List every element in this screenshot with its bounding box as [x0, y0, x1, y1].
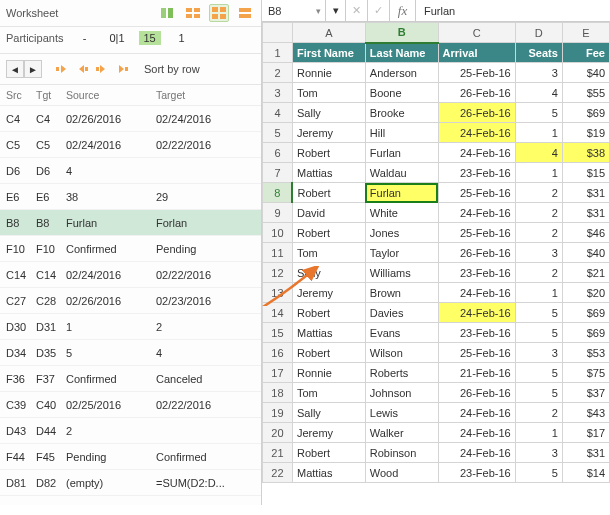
cell[interactable]: 24-Feb-16 [438, 443, 515, 463]
row-header[interactable]: 2 [263, 63, 293, 83]
row-header[interactable]: 8 [263, 183, 293, 203]
diff-row[interactable]: C4C402/26/201602/24/2016 [0, 106, 261, 132]
cell[interactable]: Roberts [365, 363, 438, 383]
cell[interactable]: Wilson [365, 343, 438, 363]
cell[interactable]: 5 [515, 303, 562, 323]
row-header[interactable]: 13 [263, 283, 293, 303]
cell[interactable]: 3 [515, 443, 562, 463]
cell[interactable]: 24-Feb-16 [438, 423, 515, 443]
cell[interactable]: 1 [515, 283, 562, 303]
cell[interactable]: Mattias [292, 323, 365, 343]
cell[interactable]: Walker [365, 423, 438, 443]
row-header[interactable]: 11 [263, 243, 293, 263]
cell[interactable]: Robert [292, 143, 365, 163]
cell[interactable]: $69 [562, 303, 609, 323]
cell[interactable]: $40 [562, 63, 609, 83]
cell[interactable]: $21 [562, 263, 609, 283]
cell[interactable]: Williams [365, 263, 438, 283]
cell[interactable]: $69 [562, 103, 609, 123]
cell[interactable]: Robinson [365, 443, 438, 463]
row-header[interactable]: 3 [263, 83, 293, 103]
cell[interactable]: Davies [365, 303, 438, 323]
cell[interactable]: 23-Feb-16 [438, 323, 515, 343]
cell[interactable]: Tom [292, 383, 365, 403]
cell[interactable]: Jeremy [292, 423, 365, 443]
cell[interactable]: 24-Feb-16 [438, 403, 515, 423]
cell[interactable]: 25-Feb-16 [438, 223, 515, 243]
cell[interactable]: Jeremy [292, 123, 365, 143]
cell[interactable]: Sally [292, 103, 365, 123]
row-header[interactable]: 14 [263, 303, 293, 323]
row-header[interactable]: 15 [263, 323, 293, 343]
cell[interactable]: Robert [292, 343, 365, 363]
cell[interactable]: Sally [292, 403, 365, 423]
cell[interactable]: $40 [562, 243, 609, 263]
col-header-B[interactable]: B [365, 23, 438, 43]
goto-prev-icon[interactable] [74, 61, 90, 77]
cell[interactable]: 2 [515, 263, 562, 283]
cell[interactable]: Ronnie [292, 363, 365, 383]
header-cell[interactable]: Seats [515, 43, 562, 63]
cell[interactable]: 26-Feb-16 [438, 243, 515, 263]
cell[interactable]: 26-Feb-16 [438, 103, 515, 123]
cell[interactable]: 21-Feb-16 [438, 363, 515, 383]
cell[interactable]: 26-Feb-16 [438, 383, 515, 403]
cell[interactable]: 2 [515, 403, 562, 423]
row-header[interactable]: 6 [263, 143, 293, 163]
cell[interactable]: Boone [365, 83, 438, 103]
diff-row[interactable]: F10F10ConfirmedPending [0, 236, 261, 262]
row-header[interactable]: 18 [263, 383, 293, 403]
header-cell[interactable]: Fee [562, 43, 609, 63]
row-header[interactable]: 19 [263, 403, 293, 423]
cell[interactable]: Wood [365, 463, 438, 483]
row-header[interactable]: 17 [263, 363, 293, 383]
cell[interactable]: 23-Feb-16 [438, 163, 515, 183]
cell[interactable]: 23-Feb-16 [438, 463, 515, 483]
cell[interactable]: $53 [562, 343, 609, 363]
cell[interactable]: Johnson [365, 383, 438, 403]
cell[interactable]: Jones [365, 223, 438, 243]
cell[interactable]: 3 [515, 63, 562, 83]
cell[interactable]: 5 [515, 383, 562, 403]
row-header[interactable]: 4 [263, 103, 293, 123]
cell[interactable]: $20 [562, 283, 609, 303]
next-diff-button[interactable]: ► [24, 60, 42, 78]
row-header[interactable]: 10 [263, 223, 293, 243]
cell[interactable]: 2 [515, 203, 562, 223]
cell[interactable]: $37 [562, 383, 609, 403]
row-header[interactable]: 7 [263, 163, 293, 183]
diff-row[interactable]: C39C4002/25/201602/22/2016 [0, 392, 261, 418]
cell[interactable]: Tom [292, 243, 365, 263]
cell[interactable]: Furlan [365, 143, 438, 163]
cell[interactable]: 25-Feb-16 [438, 343, 515, 363]
row-header[interactable]: 21 [263, 443, 293, 463]
cell[interactable]: $75 [562, 363, 609, 383]
cell[interactable]: White [365, 203, 438, 223]
cell[interactable]: 24-Feb-16 [438, 303, 515, 323]
cell[interactable]: Hill [365, 123, 438, 143]
cell[interactable]: 4 [515, 83, 562, 103]
view-mode-1-icon[interactable] [157, 4, 177, 22]
diff-row[interactable]: D30D3112 [0, 314, 261, 340]
cell[interactable]: Waldau [365, 163, 438, 183]
cell[interactable]: 5 [515, 463, 562, 483]
cell[interactable]: Anderson [365, 63, 438, 83]
row-header[interactable]: 9 [263, 203, 293, 223]
cell[interactable]: $14 [562, 463, 609, 483]
cell[interactable]: $17 [562, 423, 609, 443]
cell[interactable]: $55 [562, 83, 609, 103]
cell[interactable]: 25-Feb-16 [438, 63, 515, 83]
diff-row[interactable]: F44F45PendingConfirmed [0, 444, 261, 470]
cell[interactable]: $15 [562, 163, 609, 183]
row-header[interactable]: 1 [263, 43, 293, 63]
row-header[interactable]: 22 [263, 463, 293, 483]
diff-row[interactable]: D81D82(empty)=SUM(D2:D... [0, 470, 261, 496]
view-mode-4-icon[interactable] [235, 4, 255, 22]
cell[interactable]: $19 [562, 123, 609, 143]
cell[interactable]: 3 [515, 243, 562, 263]
cell[interactable]: 23-Feb-16 [438, 263, 515, 283]
col-header-A[interactable]: A [292, 23, 365, 43]
goto-next-icon[interactable] [94, 61, 110, 77]
cell[interactable]: 1 [515, 123, 562, 143]
cell[interactable]: $31 [562, 203, 609, 223]
